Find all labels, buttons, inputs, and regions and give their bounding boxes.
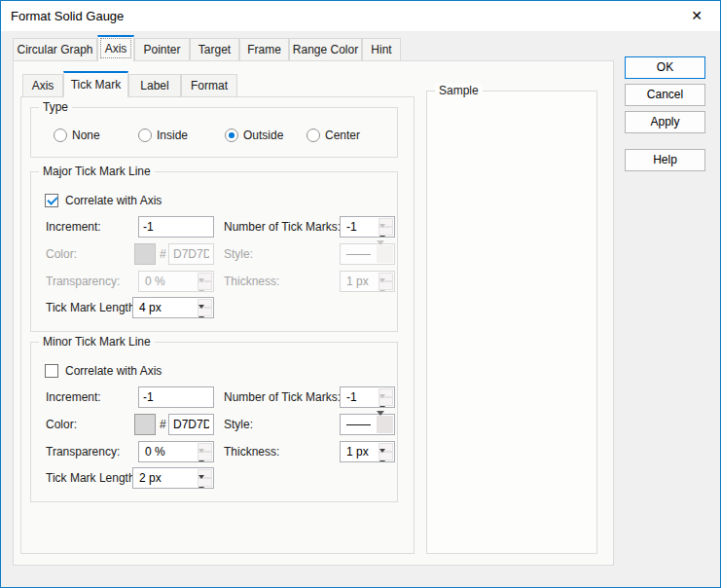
radio-dot xyxy=(229,132,234,138)
radio-none-label: None xyxy=(72,128,100,143)
tab-axis[interactable]: Axis xyxy=(97,35,134,61)
tab-target[interactable]: Target xyxy=(190,38,239,61)
chevron-down-icon xyxy=(377,240,384,259)
type-group: Type None Inside Outside Center xyxy=(30,107,398,158)
minor-hash-label: # xyxy=(160,414,166,435)
minor-num-ticks-label: Number of Tick Marks: xyxy=(224,386,341,408)
major-tick-mark-group: Major Tick Mark Line Correlate with Axis… xyxy=(30,171,398,332)
major-transparency-label: Transparency: xyxy=(46,271,120,292)
minor-thickness-spinner[interactable]: 1 px xyxy=(340,441,395,462)
minor-tick-mark-group: Minor Tick Mark Line Correlate with Axis… xyxy=(30,342,398,502)
major-length-value: 4 px xyxy=(139,298,162,317)
major-length-label: Tick Mark Length: xyxy=(46,297,138,318)
minor-increment-label: Increment: xyxy=(46,386,101,408)
minor-num-ticks-spinner[interactable]: -1 xyxy=(340,386,395,408)
subtab-label[interactable]: Label xyxy=(128,74,181,97)
sample-group-title: Sample xyxy=(435,84,483,97)
minor-correlate-label: Correlate with Axis xyxy=(65,360,162,382)
subtab-format[interactable]: Format xyxy=(181,74,237,97)
radio-center[interactable] xyxy=(306,129,320,142)
subtab-tick-mark[interactable]: Tick Mark xyxy=(63,71,128,97)
dialog-title: Format Solid Gauge xyxy=(11,1,124,31)
minor-color-label: Color: xyxy=(46,414,77,435)
spin-down-icon[interactable] xyxy=(379,397,393,406)
major-transparency-value: 0 % xyxy=(145,272,165,291)
minor-transparency-spinner[interactable]: 0 % xyxy=(138,441,214,462)
minor-style-dropdown[interactable] xyxy=(340,414,395,435)
minor-num-ticks-value: -1 xyxy=(346,387,357,407)
major-thickness-value: 1 px xyxy=(346,272,369,291)
major-num-ticks-spinner[interactable]: -1 xyxy=(340,216,395,238)
major-group-title: Major Tick Mark Line xyxy=(39,165,155,178)
major-num-ticks-value: -1 xyxy=(346,217,357,237)
tab-frame[interactable]: Frame xyxy=(239,38,289,61)
spin-down-icon[interactable] xyxy=(198,452,212,460)
major-thickness-spinner: 1 px xyxy=(340,271,395,292)
minor-increment-input[interactable] xyxy=(138,386,214,408)
spin-down-icon[interactable] xyxy=(198,308,212,316)
minor-length-spinner[interactable]: 2 px xyxy=(132,467,214,489)
radio-inside-label: Inside xyxy=(157,128,188,143)
line-style-icon xyxy=(346,254,371,255)
dropdown-button xyxy=(377,245,393,263)
checkmark-icon xyxy=(47,194,57,204)
tab-range-color[interactable]: Range Color xyxy=(289,38,362,61)
format-solid-gauge-dialog: Format Solid Gauge ✕ Circular Graph Axis… xyxy=(0,0,721,588)
spin-down-icon[interactable] xyxy=(198,478,212,487)
minor-transparency-label: Transparency: xyxy=(46,441,120,462)
line-style-icon xyxy=(346,424,371,425)
cancel-button[interactable]: Cancel xyxy=(625,84,705,106)
major-hash-label: # xyxy=(160,243,166,265)
major-color-swatch xyxy=(134,243,156,265)
radio-outside-label: Outside xyxy=(243,128,283,143)
major-increment-input[interactable] xyxy=(138,216,214,238)
apply-button[interactable]: Apply xyxy=(625,111,705,133)
minor-length-label: Tick Mark Length: xyxy=(46,467,138,489)
subtab-axis[interactable]: Axis xyxy=(22,74,63,97)
major-color-label: Color: xyxy=(46,243,77,265)
spin-down-icon xyxy=(198,281,212,290)
major-length-spinner[interactable]: 4 px xyxy=(132,297,214,318)
radio-inside[interactable] xyxy=(138,129,152,142)
major-correlate-checkbox[interactable] xyxy=(45,194,58,207)
minor-color-hex-input[interactable] xyxy=(168,414,214,435)
tab-hint[interactable]: Hint xyxy=(362,38,401,61)
spin-down-icon xyxy=(379,281,393,290)
major-transparency-spinner: 0 % xyxy=(138,271,214,292)
ok-button[interactable]: OK xyxy=(625,56,705,79)
minor-color-swatch[interactable] xyxy=(134,414,156,435)
major-style-label: Style: xyxy=(224,243,253,265)
major-increment-label: Increment: xyxy=(46,216,101,238)
radio-outside[interactable] xyxy=(225,129,238,142)
help-button[interactable]: Help xyxy=(625,149,705,171)
minor-style-label: Style: xyxy=(224,414,253,435)
minor-correlate-checkbox[interactable] xyxy=(45,364,58,378)
minor-length-value: 2 px xyxy=(139,468,162,488)
close-icon[interactable]: ✕ xyxy=(679,1,714,31)
type-group-title: Type xyxy=(39,100,72,114)
spin-down-icon[interactable] xyxy=(379,227,393,236)
major-style-dropdown xyxy=(340,243,395,265)
minor-group-title: Minor Tick Mark Line xyxy=(39,335,155,349)
title-bar: Format Solid Gauge ✕ xyxy=(1,1,720,31)
major-color-hex-input xyxy=(168,243,214,265)
minor-thickness-value: 1 px xyxy=(346,442,369,461)
chevron-down-icon xyxy=(377,411,384,429)
spin-down-icon[interactable] xyxy=(379,452,393,460)
radio-none[interactable] xyxy=(54,129,67,142)
major-thickness-label: Thickness: xyxy=(224,271,279,292)
dropdown-button[interactable] xyxy=(377,416,393,433)
sample-group: Sample xyxy=(426,91,597,554)
tab-pointer[interactable]: Pointer xyxy=(134,38,190,61)
minor-thickness-label: Thickness: xyxy=(224,441,279,462)
minor-transparency-value: 0 % xyxy=(145,442,165,461)
major-correlate-label: Correlate with Axis xyxy=(65,190,162,211)
major-num-ticks-label: Number of Tick Marks: xyxy=(224,216,341,238)
radio-center-label: Center xyxy=(325,128,360,143)
tab-circular-graph[interactable]: Circular Graph xyxy=(13,38,97,61)
